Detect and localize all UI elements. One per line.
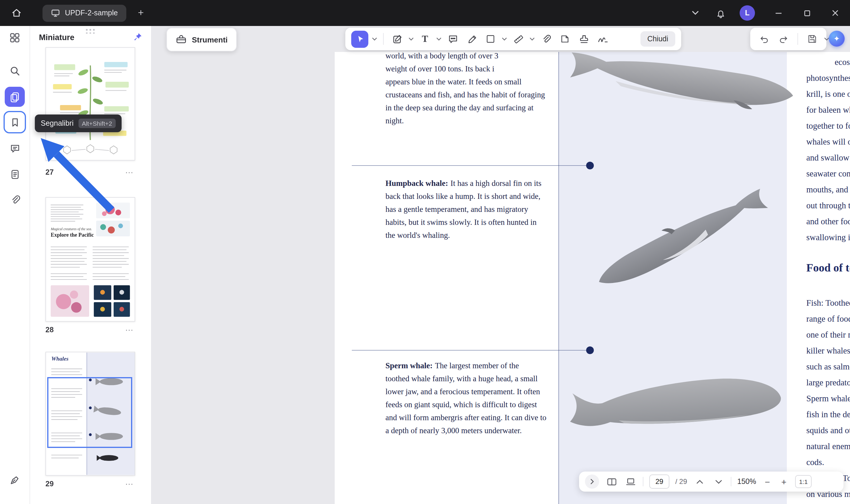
thumbnail-more-button[interactable]: ⋯ — [125, 325, 135, 335]
titlebar: UPDF-2-sample + L — [0, 0, 850, 26]
reading-mode-button[interactable] — [605, 475, 618, 488]
edit-tool-dropdown[interactable] — [409, 37, 414, 41]
page-thumbnails-icon — [9, 91, 21, 103]
edit-pencil-icon — [392, 33, 403, 44]
intro-paragraph: world, with a body length of over 3weigh… — [385, 52, 545, 127]
zoom-out-button[interactable]: − — [762, 476, 773, 487]
tooltip-shortcut-badge: Alt+Shift+2 — [78, 119, 116, 128]
close-icon — [831, 9, 839, 17]
timeline-vertical-line — [558, 52, 559, 504]
text-tool-icon: T — [422, 34, 428, 44]
page-total-label: / 29 — [675, 478, 687, 486]
save-button[interactable] — [804, 31, 820, 47]
thumbnail-more-button[interactable]: ⋯ — [125, 479, 135, 489]
page-thumbnail-29[interactable]: Whales — [46, 352, 135, 476]
window-controls — [772, 6, 842, 19]
tooltip-label: Segnalibri — [41, 119, 73, 127]
expand-statusbar-button[interactable] — [585, 474, 599, 489]
history-save-toolbar — [750, 28, 826, 50]
user-avatar[interactable]: L — [740, 5, 755, 21]
ink-signature-button[interactable] — [5, 470, 25, 490]
minimize-button[interactable] — [772, 6, 785, 19]
toolbar-divider — [383, 33, 384, 45]
chevron-down-icon — [436, 37, 441, 41]
stamp-tool-button[interactable] — [576, 31, 592, 47]
comment-tool-button[interactable] — [445, 31, 460, 47]
document-area: world, with a body length of over 3weigh… — [151, 26, 850, 504]
edit-tool-button[interactable] — [390, 31, 405, 47]
zoom-level-dropdown[interactable]: 150% — [737, 478, 756, 486]
thumbnail-27-row: 27 ⋯ — [46, 166, 135, 178]
sticker-icon — [560, 34, 570, 44]
notifications-button[interactable] — [714, 6, 727, 19]
slideshow-mode-button[interactable] — [624, 475, 637, 488]
page-thumbnail-27[interactable] — [46, 47, 135, 161]
attachments-button[interactable] — [5, 190, 25, 210]
document-icon — [9, 168, 20, 180]
document-tab[interactable]: UPDF-2-sample — [42, 4, 126, 21]
thumbnail-more-button[interactable]: ⋯ — [125, 168, 135, 177]
text-tool-dropdown[interactable] — [436, 37, 441, 41]
save-icon — [807, 34, 817, 44]
zoom-in-button[interactable]: + — [779, 476, 789, 487]
attach-file-button[interactable] — [538, 31, 554, 47]
ai-spark-icon: ✦ — [833, 34, 840, 43]
previous-page-button[interactable] — [693, 475, 706, 488]
panel-title: Miniature — [39, 33, 74, 42]
undo-button[interactable] — [756, 31, 772, 47]
home-button[interactable] — [8, 5, 25, 21]
tools-menu-button[interactable]: Strumenti — [166, 28, 236, 51]
signature-tool-button[interactable] — [595, 31, 610, 47]
paperclip-icon — [541, 34, 551, 44]
comments-button[interactable] — [5, 138, 25, 158]
apps-grid-icon — [9, 32, 21, 44]
measure-tool-button[interactable] — [511, 31, 526, 47]
stamp-icon — [578, 33, 590, 44]
thumbnail-28-kicker: Magical creatures of the sea. — [51, 227, 92, 231]
apps-grid-button[interactable] — [5, 28, 25, 48]
actual-size-button[interactable]: 1:1 — [795, 475, 812, 488]
sperm-whale-paragraph: Sperm whale:The largest member of the to… — [385, 359, 546, 437]
pen-tool-button[interactable] — [464, 31, 479, 47]
statusbar-divider — [643, 477, 644, 486]
ai-assistant-button[interactable]: ✦ — [829, 31, 845, 47]
page-number-input[interactable] — [649, 474, 669, 489]
shape-tool-dropdown[interactable] — [502, 37, 507, 41]
close-button[interactable] — [829, 6, 842, 19]
thumbnail-28-title: Explore the Pacific — [51, 232, 94, 238]
right-text-column: ecosystem through photosynthesis. Zoopla… — [806, 54, 850, 502]
shape-tool-button[interactable] — [483, 31, 498, 47]
select-tool-button[interactable] — [351, 30, 368, 48]
monitor-icon — [51, 8, 60, 18]
new-tab-button[interactable]: + — [135, 7, 147, 19]
page-outline-button[interactable] — [5, 164, 25, 184]
ruler-icon — [513, 33, 524, 44]
chevron-down-icon — [372, 37, 377, 41]
thumbnail-28-row: 28 ⋯ — [46, 324, 135, 336]
redo-button[interactable] — [776, 31, 791, 47]
maximize-button[interactable] — [800, 6, 813, 19]
fish-paragraph: Fish: Toothed whales have a widerange of… — [806, 295, 850, 470]
chevron-down-icon — [409, 37, 414, 41]
comment-bubble-icon — [447, 33, 458, 44]
tab-title: UPDF-2-sample — [65, 9, 118, 17]
measure-tool-dropdown[interactable] — [529, 37, 535, 41]
search-button[interactable] — [5, 61, 25, 81]
paperclip-icon — [9, 194, 20, 205]
page-thumbnail-28[interactable]: Magical creatures of the sea. Explore th… — [46, 197, 135, 322]
home-icon — [11, 7, 22, 19]
close-tools-button[interactable]: Chiudi — [640, 31, 675, 47]
timeline-dot — [586, 346, 594, 354]
thumbnail-29-row: 29 ⋯ — [46, 478, 135, 490]
bookmarks-button[interactable] — [5, 112, 25, 132]
next-page-button[interactable] — [712, 475, 725, 488]
titlebar-collapse-button[interactable] — [689, 6, 702, 19]
select-tool-dropdown[interactable] — [372, 37, 377, 41]
thumbnails-panel-button[interactable] — [5, 87, 25, 107]
panel-drag-handle[interactable] — [86, 29, 95, 34]
chevron-down-icon — [715, 480, 722, 484]
viewport-indicator[interactable] — [47, 377, 132, 448]
sticker-tool-button[interactable] — [557, 31, 573, 47]
text-tool-button[interactable]: T — [417, 31, 433, 47]
pin-panel-button[interactable] — [132, 32, 144, 44]
